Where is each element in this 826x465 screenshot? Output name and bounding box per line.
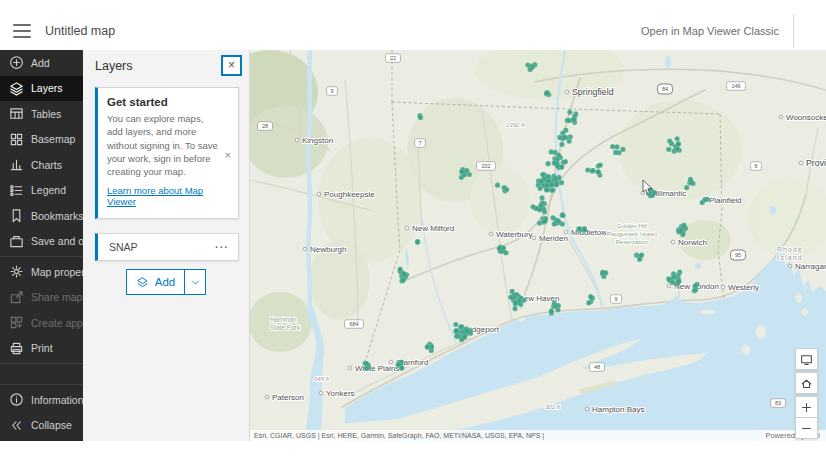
sidebar-item-create-app: Create app	[0, 310, 83, 336]
chevron-down-icon[interactable]	[184, 270, 205, 294]
sidebar-item-label: Basemap	[31, 133, 75, 145]
hamburger-icon[interactable]	[13, 24, 31, 38]
svg-text:95: 95	[735, 252, 741, 258]
svg-text:84: 84	[662, 86, 668, 92]
svg-text:7: 7	[418, 140, 421, 146]
map-label: Springfield	[572, 87, 614, 97]
sidebar-item-map-properties[interactable]: Map properties	[0, 259, 83, 285]
sidebar-item-label: Share map	[31, 291, 82, 303]
sidebar-item-save-and-open[interactable]: Save and open	[0, 229, 83, 255]
sidebar-item-label: Add	[31, 57, 50, 69]
map-label: Norwich	[678, 238, 707, 247]
close-icon[interactable]: ×	[221, 55, 242, 76]
svg-text:28: 28	[262, 123, 268, 129]
minus-icon	[800, 422, 813, 435]
zoom-in-button[interactable]	[795, 396, 818, 418]
map-label: Plainfield	[709, 196, 741, 205]
sidebar-item-label: Information	[31, 394, 84, 406]
save-icon	[9, 234, 24, 249]
route-shield: 7	[415, 139, 426, 148]
map-label: 548 ft	[314, 376, 329, 382]
layers-panel: Layers × Get started You can explore map…	[83, 50, 250, 441]
learn-more-link[interactable]: Learn more about Map Viewer	[107, 185, 220, 207]
add-label: Add	[155, 276, 175, 288]
home-icon	[800, 377, 813, 390]
sidebar-item-bookmarks[interactable]: Bookmarks	[0, 203, 83, 229]
map-label: 302 ft	[545, 404, 560, 410]
sidebar-item-label: Charts	[31, 159, 62, 171]
add-icon	[9, 55, 24, 70]
add-layer-button[interactable]: Add	[127, 270, 184, 294]
sidebar-item-charts[interactable]: Charts	[0, 152, 83, 178]
route-shield: 9	[611, 295, 622, 304]
map-label: Narragansett	[795, 262, 826, 271]
map-label: 1392 ft	[506, 122, 525, 128]
collapse-icon	[9, 418, 24, 433]
route-shield: 6	[751, 162, 762, 171]
sidebar-item-label: Print	[31, 342, 53, 354]
map-label: Hampton Bays	[592, 405, 644, 414]
map-label: State Park	[270, 324, 301, 331]
map-label: White Plains	[355, 364, 399, 373]
route-shield: 84	[658, 84, 673, 94]
sidebar-divider	[0, 363, 83, 364]
layer-name: SNAP	[109, 241, 138, 253]
svg-text:22: 22	[390, 55, 396, 61]
sidebar-item-layers[interactable]: Layers	[0, 76, 83, 102]
map-label: New Milford	[412, 224, 454, 233]
chevron-down-icon	[190, 277, 201, 288]
map-canvas[interactable]: KingstonPoughkeepsieNewburghSpringfieldW…	[250, 50, 826, 441]
add-layer-split-button: Add	[126, 269, 206, 295]
get-started-title: Get started	[107, 96, 220, 108]
print-icon	[9, 341, 24, 356]
sidebar-item-legend[interactable]: Legend	[0, 178, 83, 204]
sidebar-item-basemap[interactable]: Basemap	[0, 127, 83, 153]
attribution-text: Esri, CGIAR, USGS | Esri, HERE, Garmin, …	[254, 432, 544, 439]
map-label: Reservation	[615, 238, 649, 245]
sidebar-item-label: Collapse	[31, 419, 72, 431]
sidebar-item-share-map: Share map	[0, 285, 83, 311]
sidebar-item-print[interactable]: Print	[0, 336, 83, 362]
sidebar-item-information[interactable]: Information	[0, 387, 83, 413]
svg-text:202: 202	[481, 163, 490, 169]
dismiss-close-icon[interactable]: ×	[223, 147, 233, 163]
panel-title: Layers	[95, 59, 133, 73]
svg-text:9: 9	[614, 296, 617, 302]
route-shield: 202	[477, 162, 496, 171]
route-shield: 95	[731, 250, 746, 260]
ellipsis-icon[interactable]: ···	[215, 241, 229, 253]
map-label: Westerly	[728, 283, 759, 292]
sidebar-item-collapse[interactable]: Collapse	[0, 413, 83, 439]
bookmarks-icon	[9, 208, 24, 223]
open-in-classic-link[interactable]: Open in Map Viewer Classic	[641, 25, 779, 37]
map-label: Providence	[806, 158, 826, 168]
monitor-icon	[800, 353, 813, 366]
header-divider	[793, 14, 826, 48]
sidebar-item-add[interactable]: Add	[0, 50, 83, 76]
layer-item-snap[interactable]: SNAP ···	[95, 233, 239, 261]
create-app-icon	[9, 315, 24, 330]
route-shield: 48	[590, 363, 605, 372]
add-layer-icon	[136, 276, 149, 289]
tables-icon	[9, 106, 24, 121]
map-label: Rhode	[777, 246, 803, 253]
map-attribution: Esri, CGIAR, USGS | Esri, HERE, Garmin, …	[250, 430, 826, 441]
route-shield: 83	[771, 399, 786, 408]
route-shield: 684	[345, 320, 364, 329]
map-label: Waterbury	[496, 230, 533, 239]
share-icon	[9, 290, 24, 305]
svg-text:146: 146	[731, 83, 740, 89]
route-shield: 22	[386, 54, 401, 63]
basemap: KingstonPoughkeepsieNewburghSpringfieldW…	[250, 50, 826, 441]
default-extent-button[interactable]	[795, 372, 818, 394]
plus-icon	[800, 401, 813, 414]
zoom-out-button[interactable]	[795, 417, 818, 439]
get-started-card: Get started You can explore maps, add la…	[95, 87, 239, 219]
basemap-icon	[9, 132, 24, 147]
map-label: Harriman	[270, 316, 297, 323]
device-preview-button[interactable]	[795, 348, 818, 370]
sidebar-item-label: Legend	[31, 184, 66, 196]
map-label: Kingston	[302, 136, 333, 145]
sidebar-item-tables[interactable]: Tables	[0, 101, 83, 127]
map-label: Newburgh	[310, 245, 346, 254]
